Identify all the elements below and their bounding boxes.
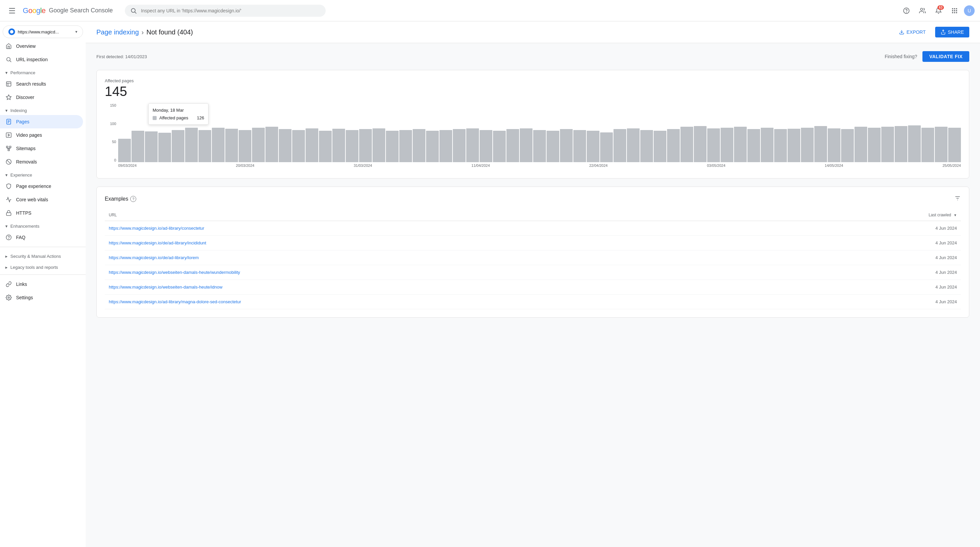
property-favicon — [8, 29, 15, 35]
table-row[interactable]: https://www.magicdesign.io/de/ad-library… — [105, 236, 961, 251]
examples-table: URL Last crawled ▼ https://www.magicdesi… — [105, 209, 961, 309]
sidebar-item-removals[interactable]: Removals — [0, 155, 83, 168]
faq-icon — [5, 234, 12, 241]
table-row[interactable]: https://www.magicdesign.io/ad-library/ma… — [105, 295, 961, 309]
chart-bar — [466, 128, 479, 162]
enhancements-section-label: Enhancements — [10, 224, 40, 229]
sidebar-section-experience[interactable]: ▾ Experience — [0, 168, 86, 179]
share-button[interactable]: SHARE — [935, 27, 969, 38]
property-chevron-icon: ▾ — [75, 29, 77, 34]
sidebar-item-overview[interactable]: Overview — [0, 40, 83, 53]
sidebar-section-indexing[interactable]: ▾ Indexing — [0, 104, 86, 115]
chart-bar — [399, 130, 412, 162]
sidebar-section-enhancements[interactable]: ▾ Enhancements — [0, 220, 86, 231]
chart-bar — [801, 128, 814, 162]
sidebar-item-core-web-vitals[interactable]: Core web vitals — [0, 193, 83, 206]
table-row[interactable]: https://www.magicdesign.io/webseiten-dam… — [105, 280, 961, 295]
table-header-row: URL Last crawled ▼ — [105, 209, 961, 221]
sidebar-item-pages[interactable]: Pages — [0, 115, 83, 128]
chart-bar — [627, 128, 640, 162]
section-arrow-performance: ▾ — [5, 70, 8, 75]
apps-button[interactable] — [948, 4, 961, 17]
app-logo[interactable]: Google Google Search Console — [23, 6, 113, 15]
x-axis-label: 31/03/2024 — [354, 163, 372, 170]
page-experience-label: Page experience — [16, 184, 51, 189]
notifications-button[interactable]: 63 — [932, 4, 945, 17]
chart-bar — [426, 131, 439, 162]
x-axis-label: 09/03/2024 — [118, 163, 137, 170]
svg-rect-9 — [954, 10, 955, 11]
sidebar-section-performance[interactable]: ▾ Performance — [0, 66, 86, 77]
examples-help-icon[interactable]: ? — [130, 196, 136, 202]
sidebar-item-https[interactable]: HTTPS — [0, 206, 83, 220]
chart-bar — [948, 128, 961, 162]
export-button[interactable]: EXPORT — [894, 27, 931, 38]
hamburger-icon — [9, 8, 15, 13]
avatar[interactable]: U — [964, 5, 975, 16]
property-selector[interactable]: https://www.magicd... ▾ — [3, 25, 83, 38]
x-axis-label: 11/04/2024 — [472, 163, 490, 170]
chart-bar — [413, 129, 425, 162]
sidebar-item-url-inspection[interactable]: URL inspection — [0, 53, 83, 66]
section-arrow-enhancements: ▾ — [5, 224, 8, 229]
last-crawled-cell: 4 Jun 2024 — [785, 265, 961, 280]
apps-icon — [951, 7, 958, 14]
people-button[interactable] — [916, 4, 929, 17]
sidebar-item-sitemaps[interactable]: Sitemaps — [0, 142, 83, 155]
svg-rect-8 — [952, 10, 953, 11]
breadcrumb-parent[interactable]: Page indexing — [96, 29, 139, 36]
core-web-vitals-label: Core web vitals — [16, 197, 48, 202]
url-cell[interactable]: https://www.magicdesign.io/ad-library/ma… — [105, 295, 785, 309]
sidebar-item-page-experience[interactable]: Page experience — [0, 179, 83, 193]
sidebar-section-legacy[interactable]: ▸ Legacy tools and reports — [0, 261, 86, 272]
filter-button[interactable] — [954, 195, 961, 203]
table-row[interactable]: https://www.magicdesign.io/de/ad-library… — [105, 251, 961, 265]
settings-label: Settings — [16, 295, 33, 300]
search-results-icon — [5, 81, 12, 87]
sidebar-item-links[interactable]: Links — [0, 277, 83, 291]
svg-rect-10 — [956, 10, 957, 11]
app-body: https://www.magicd... ▾ Overview URL ins… — [0, 21, 980, 547]
sidebar-item-settings[interactable]: Settings — [0, 291, 83, 304]
table-row[interactable]: https://www.magicdesign.io/ad-library/co… — [105, 221, 961, 236]
menu-button[interactable] — [5, 4, 19, 17]
sidebar-item-faq[interactable]: FAQ — [0, 231, 83, 244]
content-area: First detected: 14/01/2023 Finished fixi… — [86, 43, 980, 326]
performance-section-label: Performance — [10, 70, 35, 75]
sidebar-divider-2 — [0, 274, 86, 275]
chart-bar — [587, 131, 600, 162]
sidebar-section-security[interactable]: ▸ Security & Manual Actions — [0, 250, 86, 261]
validate-fix-button[interactable]: VALIDATE FIX — [923, 51, 969, 62]
removals-label: Removals — [16, 159, 37, 165]
url-inspect-input[interactable] — [141, 8, 320, 13]
url-cell[interactable]: https://www.magicdesign.io/webseiten-dam… — [105, 265, 785, 280]
url-cell[interactable]: https://www.magicdesign.io/webseiten-dam… — [105, 280, 785, 295]
chart-bar — [815, 126, 827, 162]
sidebar-divider-1 — [0, 247, 86, 247]
chart-bar — [439, 130, 452, 162]
sidebar-item-discover[interactable]: Discover — [0, 90, 83, 104]
sitemaps-label: Sitemaps — [16, 146, 35, 151]
tooltip-label: Affected pages — [159, 115, 188, 120]
chart-section: Affected pages 145 Monday, 18 Mar Affect… — [97, 70, 969, 178]
chart-bar — [172, 130, 185, 162]
chart-bar — [614, 129, 626, 162]
finished-fixing-label: Finished fixing? — [885, 54, 917, 59]
table-row[interactable]: https://www.magicdesign.io/webseiten-dam… — [105, 265, 961, 280]
url-cell[interactable]: https://www.magicdesign.io/de/ad-library… — [105, 251, 785, 265]
sidebar-item-video-pages[interactable]: Video pages — [0, 128, 83, 142]
help-button[interactable] — [900, 4, 913, 17]
x-axis-label: 03/05/2024 — [707, 163, 725, 170]
chart-canvas: 150 100 50 0 09/03/202420/03/202431/03/2… — [105, 103, 961, 170]
core-web-vitals-icon — [5, 196, 12, 203]
chart-bar — [921, 128, 934, 162]
video-pages-label: Video pages — [16, 132, 42, 138]
url-cell[interactable]: https://www.magicdesign.io/ad-library/co… — [105, 221, 785, 236]
topbar: Google Google Search Console 63 — [0, 0, 980, 21]
affected-pages-card: Affected pages 145 Monday, 18 Mar Affect… — [96, 70, 969, 179]
chart-bar — [386, 131, 399, 162]
discover-label: Discover — [16, 95, 34, 100]
url-cell[interactable]: https://www.magicdesign.io/de/ad-library… — [105, 236, 785, 251]
sidebar-item-search-results[interactable]: Search results — [0, 77, 83, 90]
chart-bar — [185, 128, 198, 162]
